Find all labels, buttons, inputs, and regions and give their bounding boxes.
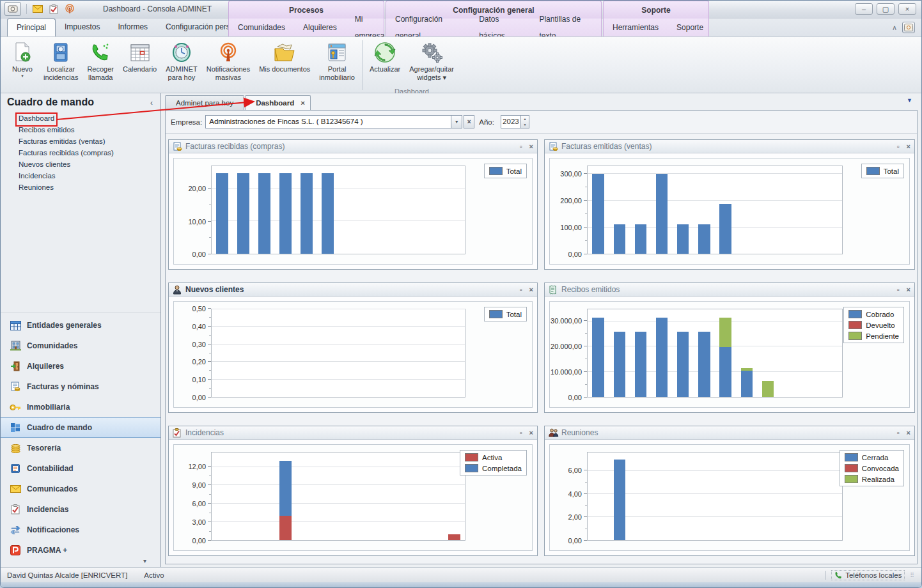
nav-item-facturas-y-nominas[interactable]: Facturas y nóminas [1,376,160,397]
widget-maximize-icon[interactable]: ▫ [520,143,522,150]
sidebar-item-reuniones[interactable]: Reuniones [1,182,160,193]
ribbon-button-portal-inmobiliario[interactable]: Portal inmobiliario [315,39,359,89]
broadcast-icon[interactable] [64,4,75,15]
nav-item-label: Alquileres [27,362,64,371]
ribbon-tab-principal[interactable]: Principal [7,19,56,36]
collapse-ribbon-icon[interactable]: ∧ [892,24,897,32]
ribbon: Nuevo▾Localizar incidenciasRecoger llama… [1,36,921,93]
widget-maximize-icon[interactable]: ▫ [897,286,900,293]
widget-close-icon[interactable]: × [907,429,910,437]
empresa-dropdown-icon[interactable]: ▼ [451,115,462,128]
ribbon-tab-impuestos[interactable]: Impuestos [56,19,109,36]
sidebar-item-nuevos-clientes[interactable]: Nuevos clientes [1,159,160,170]
nav-item-alquileres[interactable]: Alquileres [1,356,160,376]
ribbon-button-notificaciones-masivas[interactable]: Notificaciones masivas [202,39,254,89]
legend-entry-activa: Activa [465,453,522,461]
legend-entry-completada: Completada [465,464,522,472]
nav-item-incidencias[interactable]: Incidencias [1,499,160,520]
widget-titlebar[interactable]: Recibos emitidos▫× [545,283,914,297]
anio-input[interactable]: 2023 [501,115,521,128]
ribbon-tab-alquileres[interactable]: Alquileres [294,19,346,36]
document-tab-adminet-para-hoy[interactable]: Adminet para hoy [165,95,244,111]
widget-maximize-icon[interactable]: ▫ [520,429,522,437]
ribbon-button-actualizar[interactable]: Actualizar [365,39,405,89]
widget-titlebar[interactable]: Facturas recibidas (compras)▫× [169,140,537,153]
y-minor-tick-mark [209,237,211,238]
widget-maximize-icon[interactable]: ▫ [897,429,900,437]
ribbon-button-adminet-para-hoy[interactable]: ADMINET para hoy [161,39,202,89]
nav-item-notificaciones[interactable]: Notificaciones [1,520,160,540]
filter-row: Empresa: Administraciones de Fincas S.L.… [166,111,917,134]
tab-close-icon[interactable]: × [301,99,305,107]
bar-total [677,224,689,254]
close-button[interactable]: × [898,3,916,15]
ribbon-button-recoger-llamada[interactable]: Recoger llamada [82,39,118,89]
ribbon-tab-comunidades[interactable]: Comunidades [229,19,294,36]
anio-up-icon[interactable]: ▲ [521,116,529,122]
widget-close-icon[interactable]: × [529,143,533,150]
widget-titlebar[interactable]: Nuevos clientes▫× [169,283,537,297]
empresa-input[interactable]: Administraciones de Fincas S.L. ( B12345… [205,115,451,128]
ribbon-tab-herramientas[interactable]: Herramientas [604,19,668,36]
widget-close-icon[interactable]: × [907,286,910,293]
widget-titlebar[interactable]: Incidencias▫× [169,426,537,440]
anio-down-icon[interactable]: ▼ [521,122,529,128]
y-minor-tick-mark [209,531,211,532]
y-tick-mark [584,227,587,228]
restore-button[interactable]: ▢ [877,3,895,15]
window-frame [1,582,921,587]
gridline [588,346,842,346]
nav-item-entidades-generales[interactable]: Entidades generales [1,315,160,336]
tab-list-dropdown-icon[interactable]: ▼ [907,97,912,104]
nav-item-tesoreria[interactable]: Tesorería [1,438,160,458]
ribbon-button-nuevo[interactable]: Nuevo▾ [6,39,39,89]
widget-close-icon[interactable]: × [907,143,910,150]
widget-close-icon[interactable]: × [529,429,533,437]
empresa-clear-button[interactable]: × [464,115,474,128]
y-tick-label: 4,00 [568,490,582,498]
widget-maximize-icon[interactable]: ▫ [897,143,900,150]
new-document-icon [12,42,33,63]
minimize-button[interactable]: – [855,3,873,15]
widget-close-icon[interactable]: × [529,286,533,293]
chevron-down-icon[interactable]: ▾ [143,557,146,564]
app-icon[interactable] [4,2,21,16]
sidebar-item-incidencias[interactable]: Incidencias [1,170,160,182]
gridline [212,361,465,362]
nav-item-pragma[interactable]: PRAGMA + [1,540,160,561]
y-tick-label: 0,00 [568,251,582,258]
sidebar-item-dashboard[interactable]: Dashboard [1,112,160,124]
y-tick-label: 10.000,00 [551,368,582,376]
y-tick-label: 0,00 [568,537,582,545]
nav-item-comunicados[interactable]: Comunicados [1,479,160,499]
ribbon-button-mis-documentos[interactable]: Mis documentos [254,39,315,89]
tasks-icon[interactable] [48,4,59,15]
document-tab-dashboard[interactable]: Dashboard× [245,95,311,111]
widget-maximize-icon[interactable]: ▫ [520,286,522,293]
ribbon-button-localizar-incidencias[interactable]: Localizar incidencias [39,39,82,89]
bar-cobrado [677,332,689,397]
sidebar-item-facturas-emitidas-ventas[interactable]: Facturas emitidas (ventas) [1,135,160,147]
widget-titlebar[interactable]: Facturas emitidas (ventas)▫× [545,140,914,153]
nav-item-contabilidad[interactable]: Contabilidad [1,458,160,479]
collapse-panel-icon[interactable]: ‹ [150,98,153,107]
resize-grip[interactable]: ⠿ [910,572,915,578]
sidebar-item-facturas-recibidas-compras[interactable]: Facturas recibidas (compras) [1,147,160,159]
legend-swatch [866,167,880,175]
widget-titlebar[interactable]: Reuniones▫× [545,426,914,440]
local-phones-button[interactable]: Teléfonos locales [831,570,905,580]
sidebar-item-recibos-emitidos[interactable]: Recibos emitidos [1,124,160,135]
ribbon-tab-soporte[interactable]: Soporte [668,19,712,36]
y-minor-tick-mark [585,333,587,334]
ribbon-button-calendario[interactable]: Calendario [118,39,161,89]
nav-item-comunidades[interactable]: Comunidades [1,336,160,356]
mail-icon[interactable] [32,4,43,15]
dropdown-caret-icon: ▾ [21,74,24,79]
ribbon-button-label: Agregar/quitar widgets ▾ [409,65,454,82]
nav-item-cuadro-de-mando[interactable]: Cuadro de mando [1,417,160,438]
nav-item-inmobiliaria[interactable]: Inmobiliaria [1,397,160,417]
ribbon-button-agregar-quitar-widgets[interactable]: Agregar/quitar widgets ▾ [405,39,458,89]
console-help-icon[interactable] [902,22,915,33]
legend-label: Realizada [862,476,895,483]
ribbon-tab-informes[interactable]: Informes [109,19,157,36]
